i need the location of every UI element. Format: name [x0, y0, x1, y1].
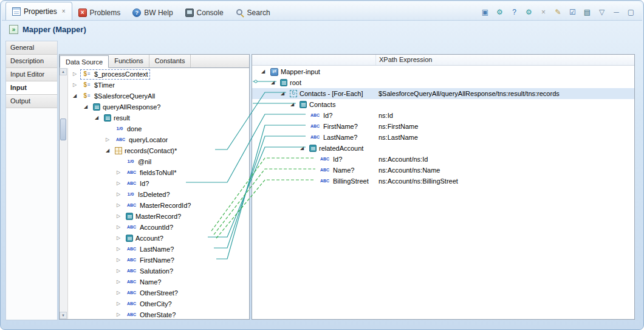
target-tree-row[interactable]: ◢⇄Mapper-input: [252, 66, 634, 77]
tree-node-label: root: [290, 77, 301, 88]
source-scrollbar[interactable]: ▲ ▼: [60, 68, 68, 319]
twistie-expanded-icon[interactable]: ◢: [300, 143, 308, 154]
twistie-collapsed-icon[interactable]: ▷: [117, 255, 125, 266]
source-tree-row[interactable]: 1/0done: [68, 123, 249, 134]
twistie-collapsed-icon[interactable]: ▷: [73, 69, 81, 80]
source-tree-row[interactable]: ▷ABCqueryLocator: [68, 134, 249, 145]
string-icon: ABC: [126, 298, 137, 309]
string-icon: ABC: [126, 200, 137, 211]
tree-node: Contacts: [298, 100, 337, 109]
twistie-collapsed-icon[interactable]: ▷: [117, 298, 125, 309]
source-tree-row[interactable]: ▷ABCId?: [68, 178, 249, 189]
edit-icon[interactable]: ✎: [553, 7, 563, 17]
tab-functions[interactable]: Functions: [109, 55, 149, 67]
twistie-collapsed-icon[interactable]: ▷: [117, 211, 125, 222]
source-tree-row[interactable]: ▷$≡$_processContext: [68, 69, 249, 80]
source-tree-row[interactable]: ▷$≡$Timer: [68, 80, 249, 91]
gears-icon[interactable]: ⚙: [495, 7, 505, 17]
source-tree-row[interactable]: ▷ABCName?: [68, 277, 249, 287]
source-tree-row[interactable]: ▷ABCFirstName?: [68, 255, 249, 266]
close-tab-icon[interactable]: ×: [62, 8, 66, 15]
help-circle-icon[interactable]: ?: [509, 7, 519, 17]
page-title: Mapper (Mapper): [22, 25, 86, 34]
console-display-icon[interactable]: ▤: [582, 7, 592, 17]
source-tree-row[interactable]: ▷MasterRecord?: [68, 211, 249, 222]
sidebar-item-input-editor[interactable]: Input Editor: [6, 68, 57, 81]
tree-node-label: OtherCity?: [140, 298, 172, 309]
gears-secondary-icon[interactable]: ⚙: [524, 7, 534, 17]
tab-search[interactable]: Search: [230, 5, 276, 20]
source-tree-row[interactable]: ▷ABCAccountId?: [68, 222, 249, 233]
sidebar-item-description[interactable]: Description: [6, 55, 57, 68]
target-tree-row[interactable]: ABCId?ns:Account/ns:Id: [252, 154, 634, 165]
twistie-collapsed-icon[interactable]: ▷: [117, 233, 125, 244]
target-tree-row[interactable]: ◢root: [252, 77, 634, 88]
open-new-editor-icon[interactable]: ▣: [480, 7, 490, 17]
twistie-collapsed-icon[interactable]: ▷: [117, 222, 125, 233]
string-icon: ABC: [126, 255, 137, 266]
source-tree-row[interactable]: ◢result: [68, 112, 249, 123]
twistie-expanded-icon[interactable]: ◢: [84, 101, 92, 112]
target-tree-row[interactable]: ◢relatedAccount: [252, 143, 634, 154]
twistie-collapsed-icon[interactable]: ▷: [117, 309, 125, 319]
target-tree-row[interactable]: ABCLastName?ns:LastName: [252, 132, 634, 143]
source-tree-row[interactable]: ▷ABCMasterRecordId?: [68, 200, 249, 211]
source-tree-row[interactable]: ▷ABCSalutation?: [68, 266, 249, 277]
view-menu-icon[interactable]: ▽: [597, 7, 607, 17]
source-tree-row[interactable]: ▷Account?: [68, 233, 249, 244]
twistie-collapsed-icon[interactable]: ▷: [117, 189, 125, 200]
source-tree-row[interactable]: ▷1/0IsDeleted?: [68, 189, 249, 200]
source-tree-row[interactable]: ▷ABCOtherState?: [68, 309, 249, 319]
source-tree-row[interactable]: ◢queryAllResponse?: [68, 101, 249, 112]
twistie-expanded-icon[interactable]: ◢: [271, 77, 279, 88]
twistie-collapsed-icon[interactable]: ▷: [106, 134, 114, 145]
twistie-expanded-icon[interactable]: ◢: [290, 99, 298, 110]
tab-data-source[interactable]: Data Source: [60, 55, 109, 68]
maximize-icon[interactable]: ▢: [626, 7, 636, 17]
source-tree-row[interactable]: ◢records(Contact)*: [68, 145, 249, 156]
close-gray-icon[interactable]: ×: [538, 7, 549, 17]
properties-icon: [12, 7, 21, 16]
twistie-collapsed-icon[interactable]: ▷: [73, 80, 81, 91]
scroll-down-icon[interactable]: ▼: [60, 312, 67, 319]
tree-node: root: [279, 78, 303, 88]
twistie-expanded-icon[interactable]: ◢: [281, 88, 289, 99]
source-tree-row[interactable]: ◢$≡$SalesforceQueryAll: [68, 91, 249, 101]
tab-bw-help[interactable]: BW Help: [126, 5, 179, 20]
twistie-collapsed-icon[interactable]: ▷: [117, 200, 125, 211]
sidebar-item-output[interactable]: Output: [6, 95, 57, 108]
tab-console[interactable]: Console: [179, 5, 230, 20]
twistie-collapsed-icon[interactable]: ▷: [117, 287, 125, 298]
twistie-expanded-icon[interactable]: ◢: [106, 145, 114, 156]
twistie-collapsed-icon[interactable]: ▷: [117, 178, 125, 189]
target-tree-row[interactable]: ◢Contacts: [252, 99, 634, 110]
tab-problems[interactable]: Problems: [72, 5, 127, 20]
twistie-collapsed-icon[interactable]: ▷: [117, 266, 125, 277]
source-tree-row[interactable]: ▷ABCOtherStreet?: [68, 287, 249, 298]
twistie-expanded-icon[interactable]: ◢: [95, 112, 103, 123]
target-tree-row[interactable]: ABCFirstName?ns:FirstName: [252, 121, 634, 132]
source-tree-row[interactable]: ▷ABCfieldsToNull*: [68, 167, 249, 178]
twistie-expanded-icon[interactable]: ◢: [261, 66, 269, 77]
source-tree-row[interactable]: 1/0@nil: [68, 156, 249, 167]
scroll-up-icon[interactable]: ▲: [60, 68, 67, 75]
twistie-collapsed-icon[interactable]: ▷: [117, 244, 125, 255]
twistie-expanded-icon[interactable]: ◢: [73, 91, 81, 101]
tab-properties[interactable]: Properties×: [5, 2, 72, 20]
scrollbar-thumb[interactable]: [60, 119, 66, 140]
twistie-collapsed-icon[interactable]: ▷: [117, 167, 125, 178]
target-tree-row[interactable]: ABCId?ns:Id: [252, 110, 634, 121]
data-source-panel: Data SourceFunctionsConstants ▲ ▼ ▷$≡$_p…: [59, 54, 250, 320]
element-icon: [300, 101, 307, 108]
tab-constants[interactable]: Constants: [149, 55, 191, 67]
target-tree-row[interactable]: ◢↻Contacts - [For-Each]$SalesforceQueryA…: [252, 88, 634, 99]
target-tree-row[interactable]: ABCBillingStreetns:Account/ns:BillingStr…: [252, 176, 634, 187]
target-tree-row[interactable]: ABCName?ns:Account/ns:Name: [252, 165, 634, 176]
minimize-icon[interactable]: ─: [611, 7, 622, 17]
checkbox-icon[interactable]: ☑: [567, 7, 578, 17]
sidebar-item-input[interactable]: Input: [6, 81, 57, 95]
source-tree-row[interactable]: ▷ABCOtherCity?: [68, 298, 249, 309]
source-tree-row[interactable]: ▷ABCLastName?: [68, 244, 249, 255]
sidebar-item-general[interactable]: General: [6, 41, 57, 55]
twistie-collapsed-icon[interactable]: ▷: [117, 277, 125, 287]
